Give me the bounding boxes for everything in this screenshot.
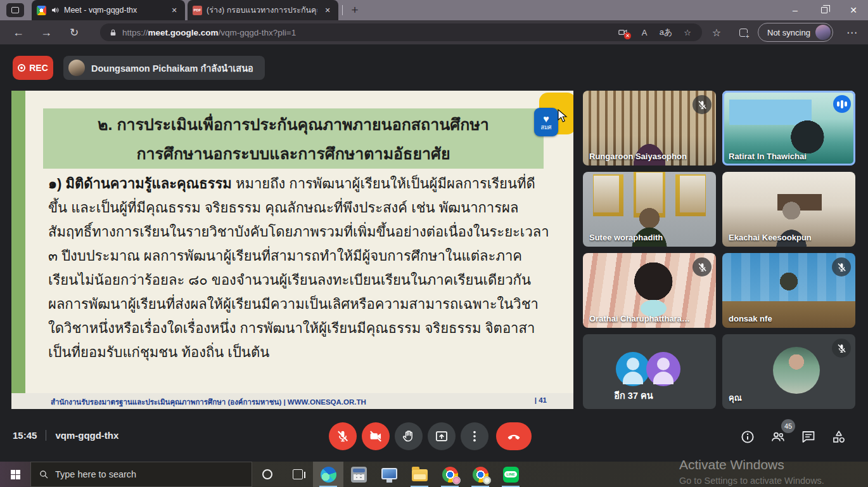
computer-icon xyxy=(381,468,397,479)
mic-off-icon xyxy=(832,257,851,276)
slide-title-line1: ๒. การประเมินเพื่อการประกันคุณภาพภายนอกส… xyxy=(98,112,489,137)
rec-label: REC xyxy=(29,63,48,73)
task-view-icon xyxy=(293,469,303,479)
tab-workspaces-icon[interactable] xyxy=(6,3,24,17)
taskbar-search[interactable] xyxy=(30,462,252,487)
mic-off-icon xyxy=(692,95,712,114)
participant-tile[interactable]: donsak nfe xyxy=(722,253,855,328)
start-button[interactable] xyxy=(0,462,30,487)
task-view-button[interactable] xyxy=(283,462,313,487)
more-participants-tile[interactable]: อีก 37 คน xyxy=(583,334,716,409)
recording-button[interactable]: REC xyxy=(13,56,53,80)
browser-menu-icon[interactable]: ⋯ xyxy=(843,25,862,40)
participant-tile[interactable]: Orathai Charuphatthara… xyxy=(583,253,716,328)
leave-call-button[interactable] xyxy=(496,422,532,450)
participant-tile[interactable]: Ratirat In Thawichai xyxy=(722,91,855,166)
forward-button[interactable]: → xyxy=(37,25,56,40)
favorites-icon[interactable]: ☆ xyxy=(707,25,726,40)
taskbar-line[interactable]: LINE xyxy=(495,462,526,487)
participant-count-badge: 45 xyxy=(781,419,795,433)
new-tab-button[interactable]: + xyxy=(347,3,362,18)
search-input[interactable] xyxy=(55,469,233,479)
refresh-button[interactable]: ↻ xyxy=(65,25,84,40)
cortana-icon xyxy=(262,469,272,479)
meeting-time: 15:45 xyxy=(13,430,37,441)
camera-toggle-button[interactable] xyxy=(362,422,390,450)
meeting-details-icon[interactable] xyxy=(738,427,757,446)
url-text[interactable]: https://meet.google.com/vqm-gqgd-thx?pli… xyxy=(122,28,610,37)
edge-icon xyxy=(321,467,336,483)
cortana-button[interactable] xyxy=(252,462,283,487)
participant-tile[interactable]: Sutee woraphadith xyxy=(583,172,716,247)
tab-audio-icon[interactable] xyxy=(51,6,60,15)
participant-tile[interactable]: Rungaroon Saiyasophon xyxy=(583,91,716,166)
tab-close-icon[interactable]: ✕ xyxy=(169,4,180,16)
slide-footer: สำนักงานรับรองมาตรฐานและประเมินคุณภาพการ… xyxy=(11,393,573,409)
address-bar[interactable]: https://meet.google.com/vqm-gqgd-thx?pli… xyxy=(100,23,702,41)
lock-icon xyxy=(109,29,117,37)
present-button[interactable] xyxy=(428,422,456,450)
meeting-code: vqm-gqgd-thx xyxy=(55,430,118,441)
calculator-icon xyxy=(351,467,367,483)
window-close-button[interactable]: ✕ xyxy=(839,0,868,20)
raise-hand-button[interactable] xyxy=(395,422,423,450)
presenter-banner: Doungsamon Pichaikam กำลังนำเสนอ xyxy=(63,56,265,80)
taskbar-chrome-1[interactable] xyxy=(435,462,465,487)
participant-name: Ratirat In Thawichai xyxy=(729,152,807,161)
line-app-icon: LINE xyxy=(503,467,519,483)
tab-title: (ร่าง) กรอบแนวทางการประกันคุณภาพ xyxy=(207,4,317,16)
translate-icon[interactable]: aあ xyxy=(658,25,674,40)
presenter-avatar xyxy=(68,60,85,76)
participant-name: donsak nfe xyxy=(729,314,772,323)
meeting-info: 15:45 vqm-gqgd-thx xyxy=(13,430,118,441)
collections-icon[interactable] xyxy=(734,25,753,40)
self-avatar xyxy=(773,347,820,394)
activities-icon[interactable] xyxy=(829,427,848,446)
participant-name: Rungaroon Saiyasophon xyxy=(589,152,687,161)
self-label: คุณ xyxy=(729,391,742,405)
taskbar-file-explorer[interactable] xyxy=(404,462,435,487)
tab-close-icon[interactable]: ✕ xyxy=(322,4,333,16)
slide-title-box: ๒. การประเมินเพื่อการประกันคุณภาพภายนอกส… xyxy=(43,108,544,169)
participant-name: Ekachai Keesookpun xyxy=(729,233,812,242)
self-tile[interactable]: คุณ xyxy=(722,334,855,409)
add-favorite-icon[interactable]: ☆ xyxy=(679,25,696,40)
chrome-profile-badge xyxy=(452,476,461,484)
folder-icon xyxy=(412,469,428,481)
slide-body-lead: ๑) มิติด้านความรู้และคุณธรรม xyxy=(48,176,232,192)
mic-toggle-button[interactable] xyxy=(329,422,357,450)
taskbar-edge[interactable] xyxy=(313,462,343,487)
avatar-icon xyxy=(646,352,680,386)
slide-body-rest: หมายถึง การพัฒนาผู้เรียนให้เป็นผู้มีผลกา… xyxy=(48,176,549,360)
window-minimize-button[interactable]: – xyxy=(781,0,810,20)
window-restore-button[interactable] xyxy=(810,0,839,20)
chat-icon[interactable] xyxy=(799,427,818,446)
back-button[interactable]: ← xyxy=(9,25,28,40)
tab-pdf[interactable]: PDF (ร่าง) กรอบแนวทางการประกันคุณภาพ ✕ xyxy=(188,0,338,20)
slide-footer-text: สำนักงานรับรองมาตรฐานและประเมินคุณภาพการ… xyxy=(51,396,366,408)
record-icon xyxy=(18,64,25,72)
taskbar-my-computer[interactable] xyxy=(374,462,404,487)
tab-title: Meet - vqm-gqgd-thx xyxy=(64,6,164,15)
mic-off-icon xyxy=(832,339,851,358)
windows-logo-icon xyxy=(11,470,20,479)
search-icon xyxy=(39,469,49,479)
profile-button[interactable]: Not syncing xyxy=(758,23,833,42)
camera-blocked-badge: ✕ xyxy=(624,32,631,39)
more-options-button[interactable] xyxy=(461,422,488,450)
taskbar-chrome-2[interactable] xyxy=(465,462,495,487)
browser-titlebar: Meet - vqm-gqgd-thx ✕ PDF (ร่าง) กรอบแนว… xyxy=(0,0,868,20)
profile-avatar xyxy=(815,25,831,40)
camera-blocked-icon[interactable]: ✕ xyxy=(615,25,631,40)
participant-tile[interactable]: Ekachai Keesookpun xyxy=(722,172,855,247)
chrome-icon xyxy=(442,467,458,483)
divider xyxy=(46,430,46,441)
onesqa-logo: ♥ สมศ xyxy=(534,108,558,136)
chrome-profile-badge xyxy=(483,476,491,484)
onesqa-logo-text: สมศ xyxy=(540,124,551,131)
more-participants-label: อีก 37 คน xyxy=(583,388,684,403)
onesqa-heart-icon: ♥ xyxy=(543,114,549,124)
tab-meet[interactable]: Meet - vqm-gqgd-thx ✕ xyxy=(32,0,185,20)
taskbar-calculator[interactable] xyxy=(343,462,374,487)
read-aloud-icon[interactable]: A xyxy=(636,25,653,40)
